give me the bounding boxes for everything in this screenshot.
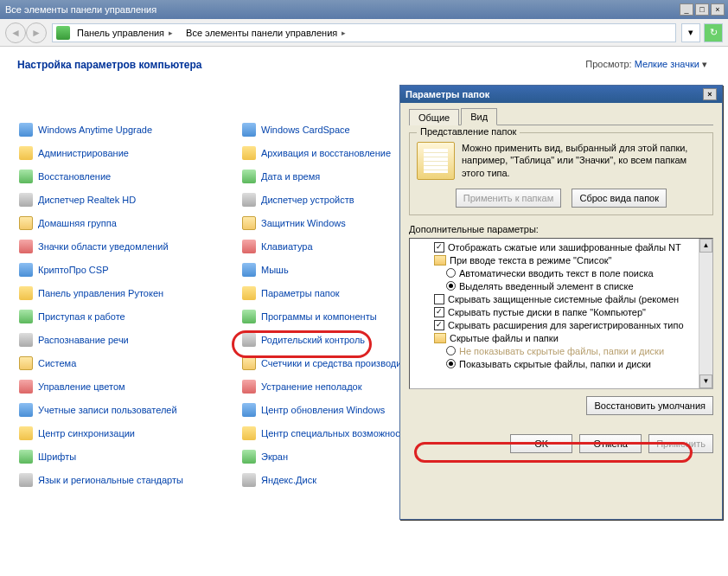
tab-general[interactable]: Общие	[409, 109, 459, 125]
cp-item[interactable]: Центр синхронизации	[17, 421, 240, 445]
cp-item-link[interactable]: Экран	[261, 451, 288, 462]
cancel-button[interactable]: Отмена	[579, 434, 642, 453]
radio-icon	[446, 346, 456, 355]
cp-item[interactable]: Панель управления Рутокен	[17, 281, 240, 304]
apply-to-folders-button[interactable]: Применить к папкам	[456, 189, 562, 208]
cp-item[interactable]: Шрифты	[17, 445, 240, 468]
advanced-setting-row[interactable]: Выделять введенный элемент в списке	[410, 279, 712, 292]
cp-item-link[interactable]: Центр специальных возможностей	[261, 428, 415, 438]
cp-item-link[interactable]: Панель управления Рутокен	[38, 288, 163, 298]
folder-icon	[434, 333, 446, 343]
cp-item-link[interactable]: Центр синхронизации	[38, 428, 135, 438]
cp-item-link[interactable]: Защитник Windows	[261, 218, 346, 228]
apply-button[interactable]: Применить	[648, 434, 713, 453]
cp-item-link[interactable]: Программы и компоненты	[261, 311, 377, 322]
restore-defaults-button[interactable]: Восстановить умолчания	[586, 396, 713, 415]
breadcrumb-control-panel[interactable]: Панель управления	[73, 24, 179, 42]
cp-item-link[interactable]: Windows Anytime Upgrade	[38, 125, 152, 135]
tree-scrollbar[interactable]	[699, 239, 712, 388]
cp-item-link[interactable]: КриптоПро CSP	[38, 265, 108, 275]
cp-item-link[interactable]: Диспетчер устройств	[261, 195, 354, 205]
cp-item-link[interactable]: Администрирование	[38, 148, 129, 158]
back-button[interactable]: ◄	[5, 22, 26, 43]
cp-item-link[interactable]: Шрифты	[38, 451, 76, 462]
cp-item-icon	[19, 333, 33, 347]
dialog-title: Параметры папок	[406, 89, 489, 99]
cp-item[interactable]: Управление цветом	[17, 374, 240, 398]
cp-item[interactable]: Восстановление	[17, 164, 240, 188]
cp-item-link[interactable]: Параметры папок	[261, 288, 340, 298]
cp-item[interactable]: Домашняя группа	[17, 211, 240, 234]
dropdown-button[interactable]: ▾	[681, 23, 700, 42]
cp-item-icon	[242, 310, 256, 323]
folder-view-text: Можно применить вид, выбранный для этой …	[462, 142, 706, 180]
cp-item-link[interactable]: Устранение неполадок	[261, 381, 362, 392]
cp-item-link[interactable]: Приступая к работе	[38, 311, 125, 322]
cp-item-link[interactable]: Дата и время	[261, 171, 320, 182]
cp-item-icon	[19, 380, 33, 394]
checkbox-icon	[434, 320, 444, 330]
advanced-setting-row[interactable]: При вводе текста в режиме "Список"	[410, 253, 712, 266]
cp-item-icon	[19, 310, 33, 323]
cp-item-link[interactable]: Управление цветом	[38, 381, 125, 392]
nav-bar: ◄ ► Панель управления Все элементы панел…	[0, 19, 728, 47]
folder-icon	[434, 255, 446, 266]
advanced-settings-tree[interactable]: Отображать сжатые или зашифрованные файл…	[409, 238, 713, 389]
reset-folders-button[interactable]: Сброс вида папок	[572, 189, 667, 208]
cp-item[interactable]: Учетные записи пользователей	[17, 398, 240, 421]
cp-item-link[interactable]: Клавиатура	[261, 241, 313, 252]
cp-item-link[interactable]: Учетные записи пользователей	[38, 405, 177, 415]
cp-item-link[interactable]: Восстановление	[38, 171, 111, 182]
cp-item-icon	[19, 240, 33, 253]
ok-button[interactable]: OK	[510, 434, 572, 453]
dialog-close-button[interactable]: ×	[703, 88, 717, 100]
cp-item-link[interactable]: Распознавание речи	[38, 335, 129, 345]
cp-item-icon	[19, 123, 33, 137]
cp-item-link[interactable]: Мышь	[261, 265, 289, 275]
cp-item[interactable]: Распознавание речи	[17, 328, 240, 351]
cp-item[interactable]: Приступая к работе	[17, 304, 240, 328]
cp-item-icon	[242, 240, 256, 253]
cp-item-link[interactable]: Архивация и восстановление	[261, 148, 391, 158]
advanced-setting-row[interactable]: Скрывать защищенные системные файлы (рек…	[410, 292, 712, 305]
advanced-setting-row[interactable]: Скрывать расширения для зарегистрированн…	[410, 318, 712, 331]
advanced-setting-row[interactable]: Скрывать пустые диски в папке "Компьютер…	[410, 305, 712, 318]
advanced-setting-row[interactable]: Не показывать скрытые файлы, папки и дис…	[410, 344, 712, 357]
cp-item[interactable]: Администрирование	[17, 141, 240, 164]
advanced-setting-row[interactable]: Отображать сжатые или зашифрованные файл…	[410, 240, 712, 253]
cp-item-icon	[19, 146, 33, 160]
breadcrumb-all-items[interactable]: Все элементы панели управления	[182, 24, 352, 42]
view-by-value[interactable]: Мелкие значки	[635, 59, 699, 69]
cp-item-link[interactable]: Язык и региональные стандарты	[38, 475, 183, 485]
maximize-button[interactable]: □	[695, 3, 709, 16]
cp-item[interactable]: Значки области уведомлений	[17, 234, 240, 258]
cp-item-link[interactable]: Windows CardSpace	[261, 125, 350, 135]
tab-view[interactable]: Вид	[461, 108, 497, 125]
advanced-setting-row[interactable]: Автоматически вводить текст в поле поиск…	[410, 266, 712, 279]
cp-item[interactable]: КриптоПро CSP	[17, 258, 240, 281]
minimize-button[interactable]: _	[680, 3, 693, 16]
cp-item-link[interactable]: Родительский контроль	[261, 335, 365, 345]
cp-item-link[interactable]: Система	[38, 358, 76, 368]
advanced-setting-row[interactable]: Показывать скрытые файлы, папки и диски	[410, 357, 712, 370]
advanced-setting-label: Скрытые файлы и папки	[450, 333, 559, 343]
refresh-button[interactable]: ↻	[704, 23, 723, 42]
folder-options-dialog: Параметры папок × Общие Вид Представлени…	[399, 85, 723, 520]
cp-item[interactable]: Диспетчер Realtek HD	[17, 188, 240, 211]
cp-item-link[interactable]: Диспетчер Realtek HD	[38, 195, 136, 205]
cp-item-link[interactable]: Значки области уведомлений	[38, 241, 169, 252]
cp-item-link[interactable]: Центр обновления Windows	[261, 405, 385, 415]
cp-item-link[interactable]: Яндекс.Диск	[261, 475, 316, 485]
cp-item-link[interactable]: Домашняя группа	[38, 218, 117, 228]
cp-item-link[interactable]: Счетчики и средства производите	[261, 358, 411, 368]
cp-item[interactable]: Система	[17, 351, 240, 374]
radio-icon	[446, 268, 456, 278]
close-button[interactable]: ×	[711, 3, 725, 16]
forward-button[interactable]: ►	[26, 22, 47, 43]
address-bar[interactable]: Панель управления Все элементы панели уп…	[52, 23, 676, 42]
cp-item[interactable]: Windows Anytime Upgrade	[17, 118, 240, 141]
cp-item-icon	[242, 216, 256, 230]
advanced-setting-row[interactable]: Скрытые файлы и папки	[410, 331, 712, 344]
cp-item[interactable]: Язык и региональные стандарты	[17, 468, 240, 491]
folder-view-legend: Представление папок	[417, 126, 520, 137]
